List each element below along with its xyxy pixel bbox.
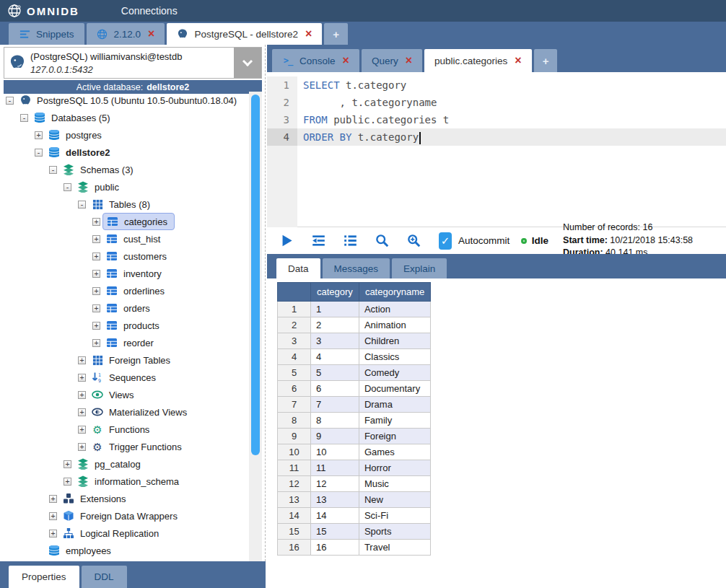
workspace-tab-console[interactable]: >_Console× — [272, 49, 359, 72]
grid-cell-categoryname[interactable]: Music — [359, 476, 430, 492]
grid-cell-category[interactable]: 8 — [311, 413, 359, 429]
search-icon[interactable] — [375, 234, 389, 247]
code-text[interactable]: , t.categoryname — [297, 94, 726, 111]
tree-expander-icon[interactable]: + — [78, 408, 86, 416]
tree-item-materialized-views[interactable]: +Materialized Views — [0, 403, 266, 421]
grid-cell-categoryname[interactable]: Classics — [359, 349, 430, 365]
grid-cell-categoryname[interactable]: Family — [359, 413, 430, 429]
tree-expander-icon[interactable]: + — [92, 218, 100, 226]
grid-cell-category[interactable]: 2 — [311, 317, 359, 333]
grid-row-number[interactable]: 9 — [278, 429, 311, 444]
tree-expander-icon[interactable]: - — [35, 149, 43, 157]
tree-expander-icon[interactable]: + — [49, 530, 57, 537]
tree-item-postgresql-10-5-ubuntu-10-5-0ubuntu0-18-04[interactable]: -PostgreSQL 10.5 (Ubuntu 10.5-0ubuntu0.1… — [0, 92, 266, 109]
tree-expander-icon[interactable]: + — [64, 460, 71, 468]
tree-item-views[interactable]: +Views — [0, 386, 266, 403]
tree-item-trigger-functions[interactable]: +⚙Trigger Functions — [0, 438, 266, 455]
grid-cell-category[interactable]: 11 — [311, 460, 359, 476]
tree-expander-icon[interactable]: + — [92, 270, 100, 278]
sql-editor[interactable]: 1SELECT t.category2 , t.categoryname3FRO… — [267, 72, 726, 227]
grid-cell-categoryname[interactable]: Comedy — [359, 365, 430, 381]
tree-expander-icon[interactable]: + — [92, 304, 100, 312]
result-tab-data[interactable]: Data — [276, 258, 320, 278]
grid-cell-categoryname[interactable]: Games — [359, 444, 430, 460]
tree-item-products[interactable]: +products — [0, 317, 266, 334]
grid-row-number[interactable]: 8 — [278, 413, 311, 429]
tree-expander-icon[interactable]: + — [35, 131, 43, 139]
run-icon[interactable] — [280, 234, 294, 247]
tree-expander-icon[interactable]: - — [20, 114, 28, 122]
grid-row-number[interactable]: 6 — [278, 381, 311, 397]
grid-cell-categoryname[interactable]: Sci-Fi — [359, 508, 430, 524]
grid-corner-header[interactable] — [278, 283, 311, 302]
connection-dropdown-button[interactable] — [234, 48, 261, 78]
close-icon[interactable]: × — [515, 55, 521, 66]
tree-item-tables-8[interactable]: -Tables (8) — [0, 196, 266, 213]
grid-cell-categoryname[interactable]: Action — [359, 302, 430, 317]
tree-item-public[interactable]: -public — [0, 178, 266, 196]
tree-item-cust-hist[interactable]: +cust_hist — [0, 230, 266, 247]
tree-expander-icon[interactable]: + — [49, 512, 57, 520]
grid-cell-category[interactable]: 4 — [311, 349, 359, 365]
grid-row-number[interactable]: 3 — [278, 333, 311, 349]
grid-cell-categoryname[interactable]: Travel — [359, 540, 430, 556]
zoom-in-icon[interactable] — [407, 234, 421, 247]
tree-expander-icon[interactable]: + — [92, 322, 100, 330]
close-icon[interactable]: × — [148, 28, 154, 40]
tree-item-inventory[interactable]: +inventory — [0, 265, 266, 282]
tree-item-information-schema[interactable]: +information_schema — [0, 473, 266, 490]
tree-item-sequences[interactable]: +19Sequences — [0, 369, 266, 386]
tree-expander-icon[interactable]: + — [49, 495, 57, 503]
sidebar-tab-properties[interactable]: Properties — [9, 566, 79, 588]
tree-item-foreign-data-wrappers[interactable]: +Foreign Data Wrappers — [0, 507, 266, 525]
code-text[interactable]: SELECT t.category — [297, 76, 726, 94]
grid-cell-categoryname[interactable]: Sports — [359, 524, 430, 540]
workspace-tab-query[interactable]: Query× — [362, 49, 422, 72]
close-icon[interactable]: × — [305, 28, 312, 40]
grid-cell-category[interactable]: 9 — [311, 429, 359, 444]
grid-row-number[interactable]: 1 — [278, 302, 311, 317]
grid-cell-categoryname[interactable]: Children — [359, 333, 430, 349]
grid-cell-category[interactable]: 16 — [311, 540, 359, 556]
tree-item-foreign-tables[interactable]: +Foreign Tables — [0, 351, 266, 369]
code-text[interactable]: ORDER BY t.category — [297, 128, 726, 146]
tree-expander-icon[interactable]: - — [64, 183, 71, 191]
command-list-icon[interactable] — [344, 234, 357, 247]
grid-cell-categoryname[interactable]: New — [359, 492, 430, 508]
grid-cell-category[interactable]: 14 — [311, 508, 359, 524]
grid-cell-category[interactable]: 15 — [311, 524, 359, 540]
grid-row-number[interactable]: 13 — [278, 492, 311, 508]
tree-scrollbar-track[interactable] — [249, 92, 262, 561]
tree-expander-icon[interactable]: + — [78, 356, 86, 364]
tree-expander-icon[interactable]: + — [78, 443, 86, 451]
tree-item-employees[interactable]: +employees — [0, 542, 266, 559]
tree-item-postgres[interactable]: +postgres — [0, 126, 266, 144]
tree-item-orderlines[interactable]: +orderlines — [0, 282, 266, 299]
grid-row-number[interactable]: 2 — [278, 317, 311, 333]
grid-row-number[interactable]: 12 — [278, 476, 311, 492]
tree-expander-icon[interactable]: + — [92, 253, 100, 260]
tree-item-categories[interactable]: +categories — [0, 213, 266, 230]
tree-expander-icon[interactable]: + — [78, 374, 86, 382]
tree-expander-icon[interactable]: + — [92, 235, 100, 243]
autocommit-checkbox[interactable]: ✓ — [439, 232, 452, 250]
grid-row-number[interactable]: 7 — [278, 397, 311, 413]
menu-connections[interactable]: Connections — [121, 5, 178, 17]
grid-row-number[interactable]: 14 — [278, 508, 311, 524]
tree-item-extensions[interactable]: +Extensions — [0, 490, 266, 507]
grid-cell-category[interactable]: 3 — [311, 333, 359, 349]
grid-column-header-category[interactable]: category — [311, 283, 359, 302]
main-tab-snippets[interactable]: Snippets — [9, 23, 84, 45]
format-sql-icon[interactable] — [312, 234, 325, 247]
main-tab-2-12-0[interactable]: 2.12.0× — [87, 23, 165, 45]
tree-expander-icon[interactable]: - — [49, 166, 57, 174]
grid-row-number[interactable]: 15 — [278, 524, 311, 540]
grid-row-number[interactable]: 5 — [278, 365, 311, 381]
grid-cell-category[interactable]: 10 — [311, 444, 359, 460]
grid-cell-categoryname[interactable]: Documentary — [359, 381, 430, 397]
tree-expander-icon[interactable]: - — [78, 201, 86, 209]
workspace-tab-public-categories[interactable]: public.categories× — [424, 49, 532, 72]
main-new-tab[interactable]: + — [324, 23, 348, 45]
workspace-new-tab[interactable]: + — [534, 49, 558, 72]
tree-item-dellstore2[interactable]: -dellstore2 — [0, 144, 266, 161]
